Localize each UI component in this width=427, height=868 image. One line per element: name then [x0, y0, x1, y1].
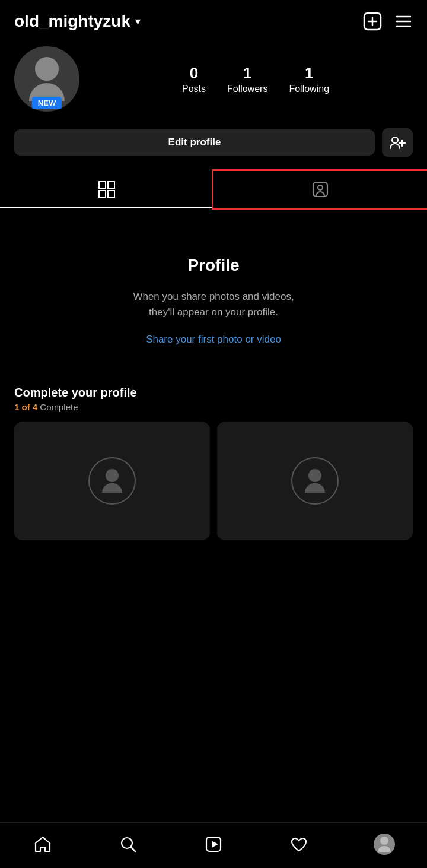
profile-empty-title: Profile — [187, 256, 239, 275]
followers-stat[interactable]: 1 Followers — [227, 64, 267, 94]
edit-profile-button[interactable]: Edit profile — [14, 129, 375, 156]
tab-grid[interactable] — [0, 171, 214, 208]
following-count: 1 — [305, 64, 313, 83]
grid-icon — [98, 180, 116, 198]
nav-heart[interactable] — [281, 831, 317, 857]
nav-avatar-head — [380, 837, 388, 845]
svg-marker-18 — [212, 841, 218, 848]
svg-point-14 — [318, 185, 323, 190]
card-avatar-head-1 — [106, 469, 119, 482]
svg-line-16 — [131, 847, 136, 852]
nav-home[interactable] — [25, 831, 60, 857]
card-avatar-body-1 — [102, 483, 122, 493]
header: old_mightyzuk ▾ — [0, 0, 427, 37]
add-friend-button[interactable] — [382, 128, 413, 157]
card-avatar-2 — [291, 457, 339, 505]
tabs-row — [0, 171, 427, 208]
svg-rect-9 — [99, 182, 106, 188]
heart-icon — [290, 835, 308, 853]
complete-card-1[interactable] — [14, 422, 210, 540]
reels-icon — [205, 835, 222, 853]
svg-rect-11 — [99, 191, 106, 197]
complete-profile-section: Complete your profile 1 of 4 Complete — [0, 369, 427, 550]
complete-cards — [14, 422, 413, 540]
card-avatar-1 — [88, 457, 136, 505]
nav-avatar — [374, 834, 395, 855]
avatar-container: NEW — [14, 46, 79, 112]
buttons-row: Edit profile — [0, 123, 427, 166]
new-badge: NEW — [32, 97, 62, 109]
nav-avatar-body — [378, 846, 391, 852]
avatar-head — [35, 57, 59, 81]
following-label: Following — [289, 84, 329, 94]
followers-label: Followers — [227, 84, 267, 94]
hamburger-menu-icon[interactable] — [394, 12, 413, 31]
tagged-icon — [311, 180, 329, 198]
profile-desc-line1: When you share photos and videos, — [133, 291, 294, 302]
bottom-nav — [0, 822, 427, 868]
profile-desc-line2: they'll appear on your profile. — [149, 306, 278, 318]
share-first-photo-link[interactable]: Share your first photo or video — [146, 334, 281, 346]
add-post-icon[interactable] — [363, 12, 382, 31]
complete-profile-progress: 1 of 4 Complete — [14, 402, 413, 412]
profile-description: When you share photos and videos, they'l… — [133, 289, 294, 319]
following-stat[interactable]: 1 Following — [289, 64, 329, 94]
chevron-down-icon[interactable]: ▾ — [135, 15, 141, 28]
svg-rect-10 — [108, 182, 114, 188]
posts-count: 0 — [190, 64, 198, 83]
profile-content: Profile When you share photos and videos… — [0, 208, 427, 369]
username[interactable]: old_mightyzuk — [14, 12, 130, 31]
nav-profile[interactable] — [367, 831, 402, 857]
svg-point-6 — [392, 137, 398, 143]
svg-rect-12 — [108, 191, 114, 197]
search-icon — [119, 835, 137, 853]
header-right — [363, 12, 413, 31]
nav-search[interactable] — [110, 831, 146, 857]
header-left: old_mightyzuk ▾ — [14, 12, 141, 31]
complete-profile-title: Complete your profile — [14, 386, 413, 400]
avatar-person — [29, 57, 65, 101]
home-icon — [34, 835, 52, 853]
progress-rest: Complete — [37, 402, 78, 412]
complete-card-2[interactable] — [217, 422, 413, 540]
stats-row: 0 Posts 1 Followers 1 Following — [98, 64, 413, 94]
posts-stat[interactable]: 0 Posts — [182, 64, 206, 94]
card-avatar-head-2 — [308, 469, 321, 482]
card-avatar-body-2 — [305, 483, 325, 493]
posts-label: Posts — [182, 84, 206, 94]
progress-orange: 1 of 4 — [14, 402, 37, 412]
nav-reels[interactable] — [196, 831, 231, 857]
tab-tagged[interactable] — [214, 171, 427, 208]
profile-section: NEW 0 Posts 1 Followers 1 Following — [0, 37, 427, 123]
followers-count: 1 — [243, 64, 251, 83]
